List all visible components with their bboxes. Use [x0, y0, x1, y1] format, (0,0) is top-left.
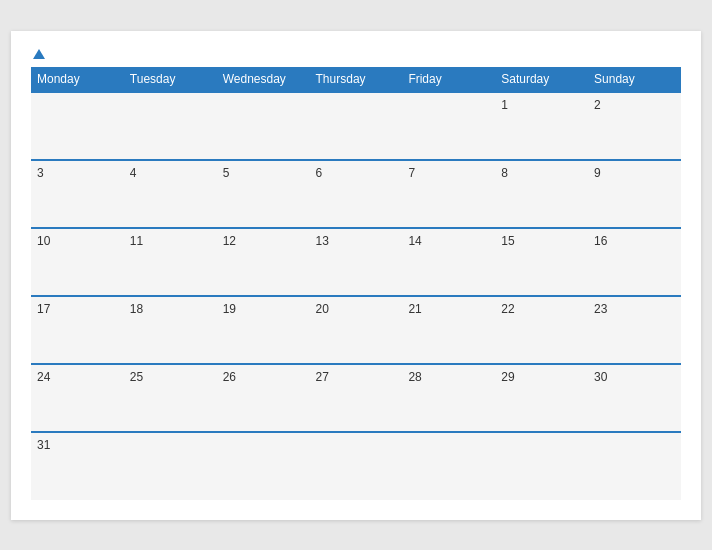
calendar-cell: 21 — [402, 296, 495, 364]
calendar-cell: 23 — [588, 296, 681, 364]
calendar-cell: 28 — [402, 364, 495, 432]
day-number: 2 — [594, 98, 601, 112]
calendar-cell: 4 — [124, 160, 217, 228]
day-number: 29 — [501, 370, 514, 384]
weekday-header-friday: Friday — [402, 67, 495, 92]
calendar-cell: 22 — [495, 296, 588, 364]
calendar-week-row: 3456789 — [31, 160, 681, 228]
calendar-cell: 15 — [495, 228, 588, 296]
calendar-cell: 26 — [217, 364, 310, 432]
calendar-table: MondayTuesdayWednesdayThursdayFridaySatu… — [31, 67, 681, 500]
weekday-header-tuesday: Tuesday — [124, 67, 217, 92]
day-number: 21 — [408, 302, 421, 316]
calendar-cell: 12 — [217, 228, 310, 296]
calendar-cell — [310, 432, 403, 500]
day-number: 24 — [37, 370, 50, 384]
calendar-cell — [124, 92, 217, 160]
calendar-cell: 30 — [588, 364, 681, 432]
day-number: 7 — [408, 166, 415, 180]
weekday-header-row: MondayTuesdayWednesdayThursdayFridaySatu… — [31, 67, 681, 92]
calendar-week-row: 17181920212223 — [31, 296, 681, 364]
calendar-cell — [495, 432, 588, 500]
calendar-cell — [402, 92, 495, 160]
calendar-container: MondayTuesdayWednesdayThursdayFridaySatu… — [11, 31, 701, 520]
day-number: 8 — [501, 166, 508, 180]
day-number: 20 — [316, 302, 329, 316]
day-number: 12 — [223, 234, 236, 248]
day-number: 13 — [316, 234, 329, 248]
logo-triangle-icon — [33, 49, 45, 59]
calendar-week-row: 24252627282930 — [31, 364, 681, 432]
day-number: 15 — [501, 234, 514, 248]
calendar-cell — [402, 432, 495, 500]
day-number: 17 — [37, 302, 50, 316]
calendar-cell: 9 — [588, 160, 681, 228]
weekday-header-saturday: Saturday — [495, 67, 588, 92]
calendar-cell: 27 — [310, 364, 403, 432]
day-number: 31 — [37, 438, 50, 452]
day-number: 27 — [316, 370, 329, 384]
day-number: 1 — [501, 98, 508, 112]
calendar-cell: 14 — [402, 228, 495, 296]
calendar-cell: 24 — [31, 364, 124, 432]
calendar-week-row: 10111213141516 — [31, 228, 681, 296]
day-number: 10 — [37, 234, 50, 248]
calendar-thead: MondayTuesdayWednesdayThursdayFridaySatu… — [31, 67, 681, 92]
calendar-cell — [588, 432, 681, 500]
day-number: 23 — [594, 302, 607, 316]
calendar-week-row: 31 — [31, 432, 681, 500]
calendar-cell: 8 — [495, 160, 588, 228]
calendar-cell: 10 — [31, 228, 124, 296]
weekday-header-thursday: Thursday — [310, 67, 403, 92]
calendar-cell — [217, 92, 310, 160]
calendar-body: 1234567891011121314151617181920212223242… — [31, 92, 681, 500]
day-number: 4 — [130, 166, 137, 180]
calendar-cell: 29 — [495, 364, 588, 432]
calendar-cell: 1 — [495, 92, 588, 160]
weekday-header-sunday: Sunday — [588, 67, 681, 92]
calendar-cell: 18 — [124, 296, 217, 364]
calendar-cell: 5 — [217, 160, 310, 228]
day-number: 6 — [316, 166, 323, 180]
calendar-cell — [124, 432, 217, 500]
day-number: 5 — [223, 166, 230, 180]
calendar-header — [31, 49, 681, 59]
logo — [31, 49, 45, 59]
day-number: 25 — [130, 370, 143, 384]
calendar-cell: 6 — [310, 160, 403, 228]
calendar-cell — [310, 92, 403, 160]
day-number: 11 — [130, 234, 143, 248]
day-number: 18 — [130, 302, 143, 316]
calendar-cell: 13 — [310, 228, 403, 296]
calendar-cell: 20 — [310, 296, 403, 364]
calendar-cell: 7 — [402, 160, 495, 228]
day-number: 14 — [408, 234, 421, 248]
calendar-cell: 16 — [588, 228, 681, 296]
calendar-cell: 17 — [31, 296, 124, 364]
day-number: 3 — [37, 166, 44, 180]
calendar-cell: 11 — [124, 228, 217, 296]
weekday-header-monday: Monday — [31, 67, 124, 92]
calendar-cell: 2 — [588, 92, 681, 160]
day-number: 26 — [223, 370, 236, 384]
calendar-cell: 25 — [124, 364, 217, 432]
day-number: 19 — [223, 302, 236, 316]
calendar-cell — [31, 92, 124, 160]
day-number: 30 — [594, 370, 607, 384]
calendar-cell: 3 — [31, 160, 124, 228]
day-number: 9 — [594, 166, 601, 180]
day-number: 16 — [594, 234, 607, 248]
day-number: 28 — [408, 370, 421, 384]
calendar-cell — [217, 432, 310, 500]
weekday-header-wednesday: Wednesday — [217, 67, 310, 92]
calendar-cell: 31 — [31, 432, 124, 500]
calendar-cell: 19 — [217, 296, 310, 364]
day-number: 22 — [501, 302, 514, 316]
calendar-week-row: 12 — [31, 92, 681, 160]
